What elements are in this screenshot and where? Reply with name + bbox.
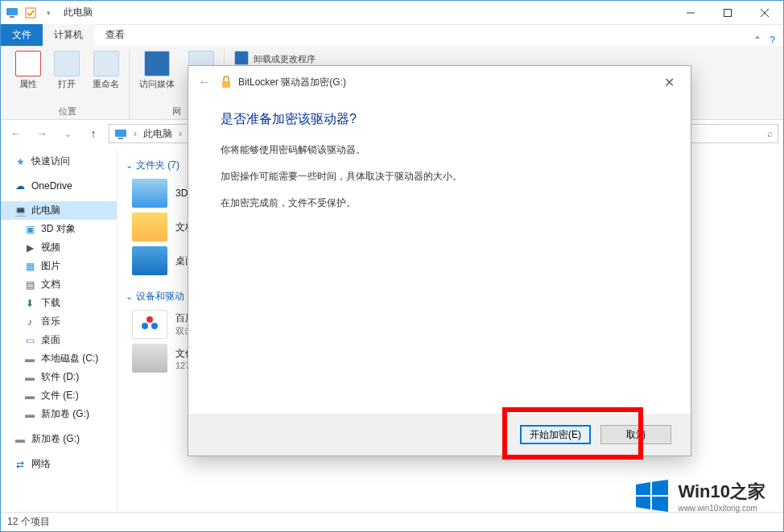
dialog-footer: 开始加密(E) 取消 xyxy=(188,414,691,456)
nav-back-button[interactable]: ← xyxy=(6,123,27,144)
search-icon: ⌕ xyxy=(767,128,773,139)
tree-music[interactable]: ♪音乐 xyxy=(1,312,117,331)
dialog-heading: 是否准备加密该驱动器? xyxy=(221,111,658,128)
cube-icon: ▣ xyxy=(23,223,36,236)
rename-icon xyxy=(93,51,119,76)
ribbon-tabs: 文件 计算机 查看 ⌃ ? xyxy=(1,25,783,46)
dialog-text-2: 加密操作可能需要一些时间，具体取决于驱动器的大小。 xyxy=(221,169,658,184)
tree-3d-objects[interactable]: ▣3D 对象 xyxy=(1,220,117,238)
quick-access-toolbar: ▾ xyxy=(23,6,56,20)
minimize-button[interactable] xyxy=(672,1,709,25)
ribbon-group-location: 属性 打开 重命名 位置 xyxy=(6,49,130,119)
tree-downloads[interactable]: ⬇下载 xyxy=(1,294,117,312)
tree-this-pc[interactable]: 💻此电脑 xyxy=(1,201,117,220)
breadcrumb-root-icon[interactable] xyxy=(109,127,132,140)
drive-icon: ▬ xyxy=(23,353,36,365)
svg-rect-2 xyxy=(26,8,35,18)
download-icon: ⬇ xyxy=(23,297,36,310)
tree-quick-access[interactable]: ★快速访问 xyxy=(1,152,117,171)
rename-button[interactable]: 重命名 xyxy=(88,49,124,92)
drive-icon: ▬ xyxy=(23,408,36,421)
star-icon: ★ xyxy=(14,155,27,168)
tree-videos[interactable]: ▶视频 xyxy=(1,238,117,257)
drive-icon: ▬ xyxy=(14,433,27,446)
svg-marker-13 xyxy=(636,482,650,495)
back-arrow-icon[interactable]: ← xyxy=(198,75,211,89)
qat-checkbox-icon[interactable] xyxy=(23,6,38,20)
media-button[interactable]: 访问媒体 xyxy=(134,49,179,104)
tree-documents[interactable]: ▤文档 xyxy=(1,275,117,294)
group-label-location: 位置 xyxy=(59,105,76,119)
dialog-titlebar: ← BitLocker 驱动器加密(G:) ✕ xyxy=(188,66,691,98)
maximize-button[interactable] xyxy=(709,1,746,25)
drive-icon: ▬ xyxy=(23,371,36,384)
network-icon: ⇄ xyxy=(14,458,27,471)
media-icon xyxy=(144,51,170,76)
properties-button[interactable]: 属性 xyxy=(10,49,46,92)
navigation-pane[interactable]: ★快速访问 ☁OneDrive 💻此电脑 ▣3D 对象 ▶视频 ▦图片 ▤文档 … xyxy=(1,147,118,512)
tree-disk-c[interactable]: ▬本地磁盘 (C:) xyxy=(1,349,117,368)
open-button[interactable]: 打开 xyxy=(49,49,85,92)
tree-desktop[interactable]: ▭桌面 xyxy=(1,331,117,349)
nav-up-button[interactable]: ↑ xyxy=(83,123,104,144)
status-bar: 12 个项目 xyxy=(1,512,783,531)
folder-icon xyxy=(132,212,167,241)
close-button[interactable] xyxy=(746,1,783,25)
svg-marker-14 xyxy=(652,480,668,495)
tree-disk-e[interactable]: ▬文件 (E:) xyxy=(1,386,117,405)
baidu-icon xyxy=(132,310,167,339)
tree-disk-d[interactable]: ▬软件 (D:) xyxy=(1,368,117,386)
svg-point-11 xyxy=(151,323,158,329)
cancel-button[interactable]: 取消 xyxy=(600,425,671,444)
help-icon[interactable]: ? xyxy=(770,35,775,46)
ribbon-help-area: ⌃ ? xyxy=(753,35,783,46)
item-count: 12 个项目 xyxy=(7,515,50,529)
svg-rect-8 xyxy=(118,138,123,139)
document-icon: ▤ xyxy=(23,278,36,291)
gear-icon xyxy=(234,51,249,65)
qat-dropdown-icon[interactable]: ▾ xyxy=(41,6,56,20)
svg-marker-15 xyxy=(636,497,650,509)
start-encrypt-button[interactable]: 开始加密(E) xyxy=(520,425,591,444)
chevron-right-icon[interactable]: › xyxy=(177,128,184,139)
this-pc-icon xyxy=(6,6,19,19)
ribbon-collapse-icon[interactable]: ⌃ xyxy=(753,35,761,46)
dialog-close-button[interactable]: ✕ xyxy=(658,72,681,93)
tab-view[interactable]: 查看 xyxy=(94,24,136,46)
nav-recent-dropdown[interactable]: ⌄ xyxy=(57,123,78,144)
tree-network[interactable]: ⇄网络 xyxy=(1,455,117,473)
nav-forward-button[interactable]: → xyxy=(31,123,52,144)
open-icon xyxy=(54,51,80,76)
svg-rect-12 xyxy=(222,81,230,88)
dialog-text-3: 在加密完成前，文件不受保护。 xyxy=(221,196,658,211)
group-label-network: 网 xyxy=(172,105,181,119)
watermark-title: Win10之家 xyxy=(678,480,765,504)
svg-marker-16 xyxy=(652,497,668,512)
watermark-url: www.win10xitong.com xyxy=(678,504,765,513)
svg-rect-7 xyxy=(115,130,126,137)
tree-disk-g2[interactable]: ▬新加卷 (G:) xyxy=(1,430,117,448)
pc-icon: 💻 xyxy=(14,204,27,217)
tab-computer[interactable]: 计算机 xyxy=(43,24,94,46)
chevron-right-icon[interactable]: › xyxy=(132,128,138,139)
svg-rect-4 xyxy=(724,9,732,16)
svg-point-9 xyxy=(146,316,153,323)
titlebar: ▾ 此电脑 xyxy=(1,1,783,25)
svg-rect-1 xyxy=(10,16,14,18)
svg-rect-0 xyxy=(6,8,18,15)
watermark: Win10之家 www.win10xitong.com xyxy=(634,478,765,513)
window-title: 此电脑 xyxy=(64,6,93,19)
window-controls xyxy=(672,1,783,25)
svg-point-10 xyxy=(142,323,148,329)
cloud-icon: ☁ xyxy=(14,179,27,192)
tree-onedrive[interactable]: ☁OneDrive xyxy=(1,177,117,195)
dialog-title: BitLocker 驱动器加密(G:) xyxy=(238,76,346,89)
folder-icon xyxy=(132,246,167,275)
tab-file[interactable]: 文件 xyxy=(1,24,43,46)
tree-pictures[interactable]: ▦图片 xyxy=(1,257,117,275)
windows-logo-icon xyxy=(634,478,670,513)
tree-disk-g1[interactable]: ▬新加卷 (G:) xyxy=(1,405,117,423)
breadcrumb-thispc[interactable]: 此电脑 xyxy=(138,127,177,141)
drive-icon: ▬ xyxy=(23,390,36,402)
video-icon: ▶ xyxy=(23,241,36,254)
